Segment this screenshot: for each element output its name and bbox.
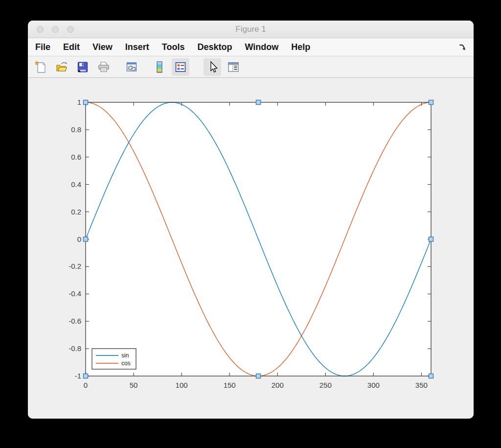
title-bar[interactable]: Figure 1	[28, 21, 474, 38]
selection-handle[interactable]	[84, 237, 88, 241]
y-tick-label: 1	[77, 98, 81, 106]
dock-figure-button[interactable]	[457, 42, 468, 52]
y-tick-label: 0.2	[71, 208, 81, 216]
legend-label-sin: sin	[121, 352, 129, 359]
figure-toolbar	[28, 56, 474, 78]
property-panel-icon	[227, 60, 240, 74]
arrow-cursor-icon	[205, 60, 219, 74]
y-tick-label: 0.6	[71, 153, 81, 161]
printer-icon	[97, 60, 111, 74]
y-tick-label: -0.6	[68, 317, 81, 325]
save-figure-button[interactable]	[74, 58, 91, 76]
colorbar-icon	[153, 60, 166, 74]
property-inspector-button[interactable]	[225, 58, 242, 76]
selection-handle[interactable]	[429, 237, 433, 241]
menu-insert[interactable]: Insert	[119, 38, 156, 56]
x-tick-label: 0	[84, 381, 88, 389]
insert-colorbar-button[interactable]	[151, 58, 168, 76]
y-tick-label: -1	[75, 372, 81, 380]
x-tick-label: 350	[415, 381, 428, 389]
y-tick-label: -0.8	[68, 344, 81, 353]
y-tick-label: 0	[77, 235, 81, 243]
y-tick-label: -0.2	[68, 262, 81, 270]
window-title: Figure 1	[28, 21, 474, 38]
selection-handle[interactable]	[84, 374, 88, 378]
open-file-button[interactable]	[53, 58, 70, 76]
menu-file[interactable]: File	[29, 38, 57, 56]
y-tick-label: 0.8	[71, 125, 81, 134]
dock-figure-arrow-icon	[458, 43, 467, 51]
menu-tools[interactable]: Tools	[156, 38, 191, 56]
floppy-disk-icon	[76, 60, 90, 74]
link-plot-button[interactable]	[123, 58, 140, 76]
menu-window[interactable]: Window	[238, 38, 285, 56]
menu-help[interactable]: Help	[285, 38, 317, 56]
menu-desktop[interactable]: Desktop	[191, 38, 238, 56]
axes-plot[interactable]: 05010015020025030035010.80.60.40.20-0.2-…	[28, 78, 474, 417]
open-folder-icon	[55, 60, 68, 74]
selection-handle[interactable]	[256, 100, 261, 105]
selection-handle[interactable]	[429, 374, 433, 378]
menu-edit[interactable]: Edit	[57, 38, 86, 56]
legend-label-cos: cos	[121, 360, 131, 367]
new-document-icon	[34, 60, 47, 74]
x-tick-label: 150	[224, 381, 236, 389]
desktop-background: Figure 1 File Edit View Insert Tools Des…	[0, 0, 501, 448]
figure-canvas[interactable]: 05010015020025030035010.80.60.40.20-0.2-…	[28, 78, 474, 419]
legend-icon	[174, 60, 187, 74]
selection-handle[interactable]	[84, 100, 88, 105]
print-figure-button[interactable]	[95, 58, 113, 76]
y-tick-label: 0.4	[71, 180, 81, 189]
x-tick-label: 250	[319, 381, 332, 389]
selection-handle[interactable]	[256, 374, 261, 378]
y-tick-label: -0.4	[68, 289, 81, 298]
x-tick-label: 300	[367, 381, 380, 389]
edit-plot-button[interactable]	[204, 58, 221, 76]
x-tick-label: 200	[272, 381, 284, 389]
chain-link-icon	[125, 60, 138, 74]
menu-view[interactable]: View	[86, 38, 119, 56]
x-tick-label: 50	[130, 381, 138, 389]
insert-legend-button[interactable]	[172, 58, 189, 76]
x-tick-label: 100	[176, 381, 188, 389]
figure-window: Figure 1 File Edit View Insert Tools Des…	[28, 21, 474, 419]
menu-bar: File Edit View Insert Tools Desktop Wind…	[28, 38, 474, 56]
new-figure-button[interactable]	[32, 58, 49, 76]
selection-handle[interactable]	[429, 100, 433, 105]
